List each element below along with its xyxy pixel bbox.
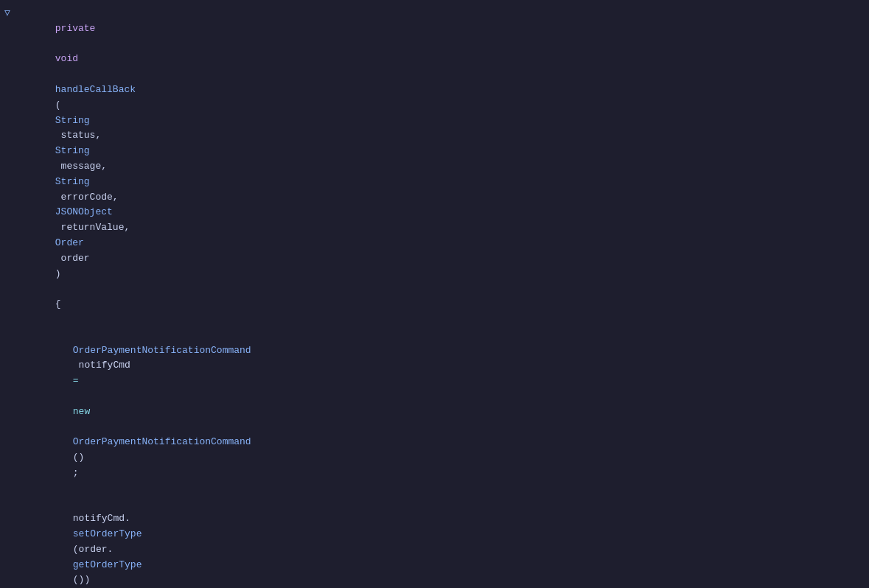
- method-handlecallback: handleCallBack: [55, 84, 136, 95]
- keyword-private: private: [55, 23, 96, 34]
- type-order: Order: [55, 237, 84, 248]
- fold-icon[interactable]: ▽: [0, 6, 15, 21]
- keyword-void: void: [55, 53, 78, 64]
- type-jsonobject: JSONObject: [55, 206, 113, 217]
- code-line-1: ▽ private void handleCallBack ( String s…: [0, 6, 869, 328]
- code-line-2: OrderPaymentNotificationCommand notifyCm…: [0, 328, 869, 497]
- type-string2: String: [55, 145, 90, 156]
- paren-close: ): [55, 268, 61, 279]
- brace-open: {: [55, 298, 61, 309]
- line-1-content: private void handleCallBack ( String sta…: [15, 6, 857, 328]
- type-string3: String: [55, 176, 90, 187]
- paren-open: (: [55, 99, 61, 111]
- line-3-content: notifyCmd. setOrderType (order. getOrder…: [15, 497, 857, 589]
- line-2-content: OrderPaymentNotificationCommand notifyCm…: [15, 328, 857, 497]
- type-string: String: [55, 115, 90, 126]
- method-setordertype: setOrderType: [73, 528, 142, 539]
- code-editor: ▽ private void handleCallBack ( String s…: [0, 0, 869, 588]
- code-line-3: notifyCmd. setOrderType (order. getOrder…: [0, 497, 869, 589]
- type-orderpayment2: OrderPaymentNotificationCommand: [73, 436, 251, 447]
- type-orderpayment: OrderPaymentNotificationCommand: [73, 345, 251, 356]
- keyword-new: new: [73, 406, 90, 417]
